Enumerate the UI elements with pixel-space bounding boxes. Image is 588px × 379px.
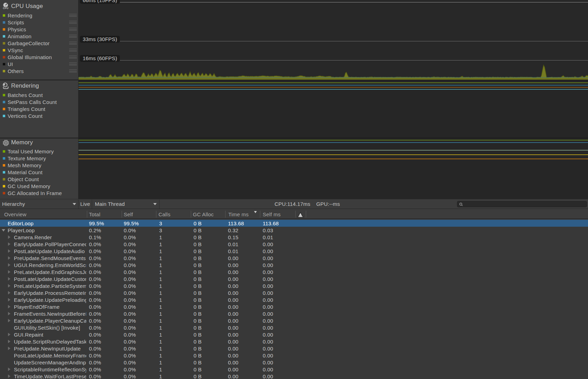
svg-text:CPU: CPU (3, 7, 8, 9)
